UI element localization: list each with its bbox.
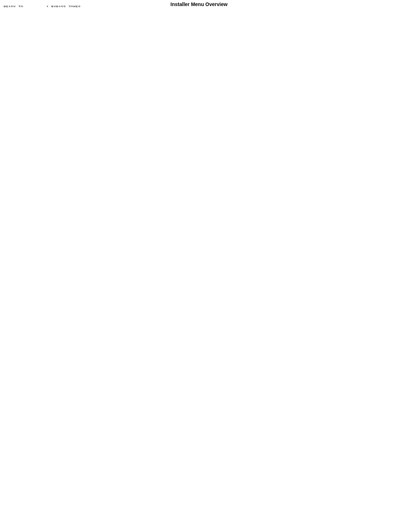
m-bypass: 1-BYPASS ZONES <box>46 5 81 7</box>
root-label: READY TO ARM MENU <box>4 5 26 7</box>
